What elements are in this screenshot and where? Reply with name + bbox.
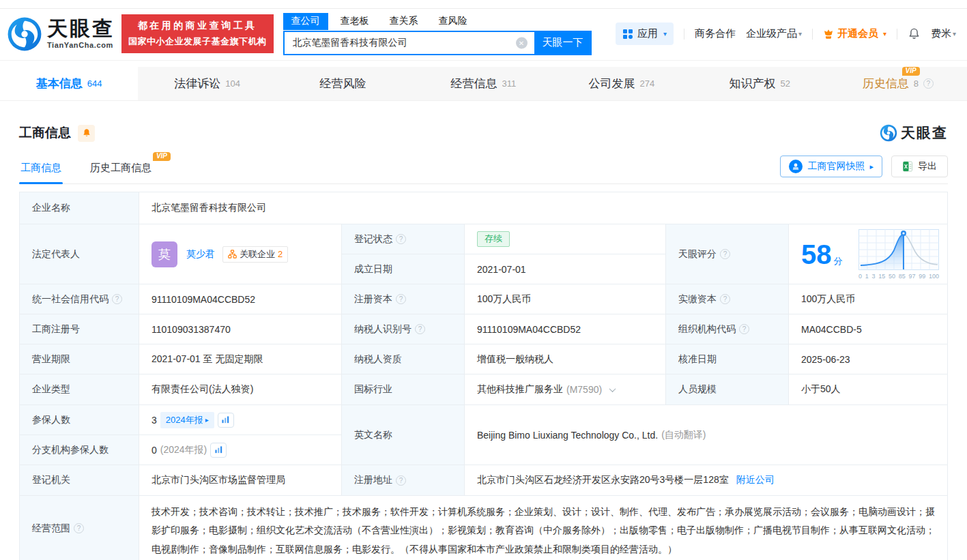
snapshot-button[interactable]: 工商官网快照 xyxy=(780,156,882,177)
field-label-taxpayer-quality: 纳税人资质 xyxy=(342,344,465,374)
nav-cooperation[interactable]: 商务合作 xyxy=(695,27,736,40)
field-label-reg-status: 登记状态 xyxy=(342,224,465,254)
business-info-table: 企业名称 北京笔墨留香科技有限公司 法定代表人 莫 莫少君 关联企业2 登记状态… xyxy=(19,192,948,560)
brand-domain: TianYanCha.com xyxy=(47,41,115,49)
nearby-companies-link[interactable]: 附近公司 xyxy=(736,474,775,486)
branch-insured-trend-chart-button[interactable] xyxy=(210,443,227,458)
tianyancha-logo[interactable]: 天眼查 TianYanCha.com xyxy=(7,16,115,52)
promo-line2: 国家中小企业发展子基金旗下机构 xyxy=(128,35,267,48)
apps-menu[interactable]: 应用 xyxy=(616,23,674,45)
search-tabs: 查公司 查老板 查关系 查风险 xyxy=(283,13,592,30)
watermark-logo: 天眼查 xyxy=(880,123,948,143)
field-label-branch-insured: 分支机构参保人数 xyxy=(20,435,139,465)
site-header: 天眼查 TianYanCha.com 都在用的商业查询工具 国家中小企业发展子基… xyxy=(0,9,967,61)
help-icon[interactable] xyxy=(396,294,406,304)
field-label-credit-code: 统一社会信用代码 xyxy=(20,284,139,314)
nav-divider xyxy=(684,29,684,40)
top-nav: 应用 商务合作 企业级产品 开通会员 费米 xyxy=(616,23,956,45)
tab-company-development[interactable]: 公司发展274 xyxy=(553,67,691,100)
notification-bell-icon[interactable] xyxy=(908,27,921,40)
org-chart-icon xyxy=(228,250,237,259)
field-value-reg-capital: 100万人民币 xyxy=(465,284,666,314)
field-label-insured-count: 参保人数 xyxy=(20,405,139,435)
search-input[interactable] xyxy=(283,31,534,55)
field-value-reg-status: 存续 xyxy=(465,224,666,254)
field-value-insured-count: 3 2024年报 xyxy=(139,405,342,435)
search-tab-boss[interactable]: 查老板 xyxy=(332,13,377,30)
field-label-org-code: 组织机构代码 xyxy=(666,314,789,344)
field-label-taxpayer-id: 纳税人识别号 xyxy=(342,314,465,344)
help-icon[interactable] xyxy=(396,475,406,486)
field-label-score: 天眼评分 xyxy=(666,224,789,284)
vip-upgrade-menu[interactable]: 开通会员 xyxy=(823,27,886,40)
help-icon[interactable] xyxy=(74,523,84,533)
tab-intellectual-property[interactable]: 知识产权52 xyxy=(691,67,828,100)
field-label-reg-number: 工商注册号 xyxy=(20,314,139,344)
status-badge: 存续 xyxy=(477,231,510,247)
vip-badge: VIP xyxy=(153,152,171,161)
help-icon[interactable] xyxy=(396,234,406,244)
help-icon[interactable] xyxy=(112,294,122,304)
promo-line1: 都在用的商业查询工具 xyxy=(128,20,267,32)
tianyancha-logo-icon xyxy=(7,16,42,52)
bar-chart-icon xyxy=(214,445,223,454)
field-label-reg-address: 注册地址 xyxy=(342,465,465,496)
field-value-company-type: 有限责任公司(法人独资) xyxy=(139,374,342,405)
section-subtabs: 工商信息 历史工商信息 VIP 工商官网快照 xyxy=(19,153,948,184)
field-value-paid-capital: 100万人民币 xyxy=(789,284,948,314)
nav-divider xyxy=(812,29,813,40)
field-value-industry: 其他科技推广服务业(M7590) xyxy=(465,374,666,405)
help-icon[interactable] xyxy=(739,324,749,334)
related-companies-tag[interactable]: 关联企业2 xyxy=(222,246,288,263)
search-button[interactable]: 天眼一下 xyxy=(534,31,592,55)
excel-icon xyxy=(902,161,913,172)
tab-history-info[interactable]: 历史信息 VIP 8 xyxy=(829,67,967,100)
annual-report-link[interactable]: 2024年报 xyxy=(160,412,214,428)
insured-trend-chart-button[interactable] xyxy=(218,413,234,428)
field-value-reg-number: 110109031387470 xyxy=(139,314,342,344)
legal-rep-avatar[interactable]: 莫 xyxy=(151,241,177,267)
nav-enterprise[interactable]: 企业级产品 xyxy=(746,27,802,40)
score-axis-labels: 0131550859799100 xyxy=(858,274,939,280)
tab-legal-litigation[interactable]: 法律诉讼104 xyxy=(138,67,276,100)
tab-basic-info[interactable]: 基本信息644 xyxy=(0,67,138,100)
field-value-legal-rep: 莫 莫少君 关联企业2 xyxy=(139,224,342,284)
username: 费米 xyxy=(931,27,951,40)
search-tab-risk[interactable]: 查风险 xyxy=(431,13,476,30)
field-label-company-type: 企业类型 xyxy=(20,374,139,405)
field-value-taxpayer-id: 91110109MA04CCBD52 xyxy=(465,314,666,344)
field-value-company-name: 北京笔墨留香科技有限公司 xyxy=(139,192,948,224)
bar-chart-icon xyxy=(221,415,230,424)
tianyancha-watermark-icon xyxy=(880,124,897,142)
chevron-down-icon xyxy=(953,30,956,38)
monitor-bell-icon[interactable] xyxy=(78,125,95,142)
help-icon[interactable] xyxy=(923,78,934,89)
stamp-icon xyxy=(789,160,803,173)
field-label-establish-date: 成立日期 xyxy=(342,254,465,284)
field-label-paid-capital: 实缴资本 xyxy=(666,284,789,314)
legal-rep-name-link[interactable]: 莫少君 xyxy=(186,248,215,261)
search-tab-company[interactable]: 查公司 xyxy=(283,13,328,30)
help-icon[interactable] xyxy=(720,294,730,304)
tab-operation-risk[interactable]: 经营风险 xyxy=(276,67,414,100)
field-label-business-term: 营业期限 xyxy=(20,344,139,374)
nav-divider xyxy=(897,29,897,40)
chevron-down-icon xyxy=(663,30,667,38)
clear-icon[interactable] xyxy=(516,37,528,48)
field-label-reg-capital: 注册资本 xyxy=(342,284,465,314)
subtab-history-business-info[interactable]: 历史工商信息 VIP xyxy=(89,153,153,183)
user-menu[interactable]: 费米 xyxy=(931,27,956,40)
subtab-business-info[interactable]: 工商信息 xyxy=(19,153,63,183)
apps-label: 应用 xyxy=(637,27,658,40)
help-icon[interactable] xyxy=(415,324,425,334)
vip-badge: VIP xyxy=(902,67,920,76)
chevron-down-icon[interactable] xyxy=(609,385,616,392)
field-value-approval-date: 2025-06-23 xyxy=(789,344,948,374)
help-icon[interactable] xyxy=(720,249,730,259)
top-strip xyxy=(0,0,967,9)
export-button[interactable]: 导出 xyxy=(891,156,948,177)
field-label-approval-date: 核准日期 xyxy=(666,344,789,374)
tab-business-info[interactable]: 经营信息311 xyxy=(414,67,552,100)
search-tab-relation[interactable]: 查关系 xyxy=(381,13,427,30)
arrow-right-icon xyxy=(869,162,874,171)
